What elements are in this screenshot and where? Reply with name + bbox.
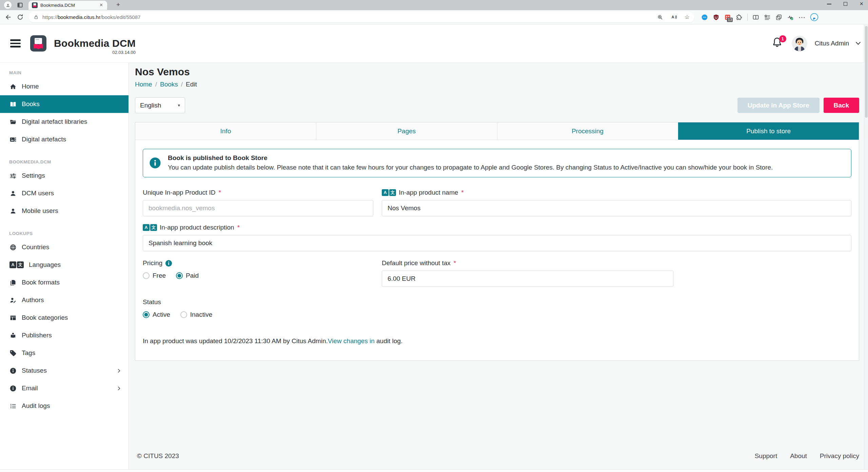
sidebar-item-mobile-users[interactable]: Mobile users <box>0 202 129 220</box>
tab-processing[interactable]: Processing <box>497 122 678 140</box>
browser-profile-icon[interactable] <box>4 1 12 9</box>
pricing-free-radio[interactable]: Free <box>143 272 166 279</box>
browser-menu-icon[interactable]: ⋯ <box>798 14 805 21</box>
publish-info-alert: Book is published to Book Store You can … <box>143 149 851 177</box>
sidebar: MAIN Home Books Digital artefact librari… <box>0 63 129 469</box>
edit-card: Info Pages Processing Publish to store B… <box>135 122 859 361</box>
browser-window: Bookmedia.DCM × + × https://bookmedia.ci… <box>0 0 868 472</box>
app-version: 02.03.14.00 <box>112 50 136 55</box>
user-avatar[interactable] <box>792 36 807 51</box>
favorites-list-icon[interactable] <box>764 14 771 21</box>
refresh-icon[interactable] <box>17 14 24 21</box>
breadcrumb-books-link[interactable]: Books <box>160 81 178 88</box>
footer-about-link[interactable]: About <box>790 452 807 460</box>
calendar-extension-icon[interactable]: 13 <box>724 14 731 21</box>
update-in-app-store-button[interactable]: Update in App Store <box>737 98 820 113</box>
translate-icon: A文 <box>9 261 24 268</box>
back-icon[interactable] <box>5 14 12 21</box>
tab-publish-to-store[interactable]: Publish to store <box>678 122 859 140</box>
read-aloud-icon[interactable]: A <box>671 14 677 20</box>
lock-icon[interactable] <box>33 14 39 20</box>
tab-search-icon[interactable] <box>17 2 23 8</box>
scrollbar-thumb[interactable] <box>865 26 868 118</box>
breadcrumb-home-link[interactable]: Home <box>135 81 152 88</box>
bing-chat-icon[interactable] <box>810 13 818 21</box>
alert-title: Book is published to Book Store <box>168 154 773 162</box>
extensions-puzzle-icon[interactable] <box>736 14 743 21</box>
pricing-label: Pricing <box>143 259 373 267</box>
info-icon <box>9 385 17 392</box>
product-name-input[interactable] <box>382 200 851 216</box>
media-icon <box>9 136 17 143</box>
sidebar-item-publishers[interactable]: Publishers <box>0 327 129 344</box>
pricing-info-icon[interactable] <box>165 260 172 267</box>
new-tab-button[interactable]: + <box>116 1 120 9</box>
sidebar-item-book-categories[interactable]: Book categories <box>0 309 129 327</box>
user-icon <box>9 190 17 197</box>
sidebar-item-digital-artefacts[interactable]: Digital artefacts <box>0 131 129 148</box>
window-minimize-button[interactable] <box>827 4 831 4</box>
favorite-star-icon[interactable]: ☆ <box>685 14 690 20</box>
view-changes-link[interactable]: View changes in <box>328 337 375 345</box>
page-footer: © CITUS 2023 Support About Privacy polic… <box>135 452 859 469</box>
chat-extension-icon[interactable] <box>701 14 708 21</box>
footer-support-link[interactable]: Support <box>755 452 777 460</box>
tab-info[interactable]: Info <box>135 122 316 140</box>
address-bar[interactable]: https://bookmedia.citus.hr/books/edit/55… <box>28 12 694 22</box>
breadcrumb: Home / Books / Edit <box>135 81 859 88</box>
radio-checked-icon <box>176 272 183 279</box>
tab-pages[interactable]: Pages <box>316 122 497 140</box>
language-select[interactable]: English ▾ <box>135 97 185 113</box>
sidebar-section-main: MAIN <box>0 67 129 78</box>
sidebar-item-languages[interactable]: A文 Languages <box>0 256 129 274</box>
sidebar-section-lookups: LOOKUPS <box>0 228 129 238</box>
split-screen-icon[interactable] <box>752 14 759 21</box>
alert-text: You can update publish details below. Pl… <box>168 164 773 171</box>
radio-checked-icon <box>143 311 150 318</box>
tab-close-icon[interactable]: × <box>99 2 104 8</box>
sidebar-item-email[interactable]: Email <box>0 379 129 397</box>
extensions-row: 13 ⋯ <box>701 13 818 21</box>
person-icon <box>5 3 11 8</box>
collections-icon[interactable] <box>775 14 782 21</box>
window-close-button[interactable]: × <box>860 2 863 6</box>
product-id-input[interactable] <box>143 200 373 216</box>
user-menu-chevron-icon[interactable] <box>856 40 861 45</box>
status-active-radio[interactable]: Active <box>143 311 170 318</box>
sidebar-item-audit-logs[interactable]: Audit logs <box>0 397 129 415</box>
hamburger-menu-icon[interactable] <box>10 39 21 47</box>
pages-icon <box>9 279 17 286</box>
sidebar-item-statuses[interactable]: Statuses <box>0 362 129 379</box>
sidebar-item-dcm-users[interactable]: DCM users <box>0 184 129 202</box>
zoom-icon[interactable] <box>657 14 663 20</box>
window-maximize-button[interactable] <box>844 2 847 6</box>
pricing-paid-radio[interactable]: Paid <box>176 272 199 279</box>
chevron-right-icon <box>116 386 122 391</box>
notifications-button[interactable]: 1 <box>771 37 784 50</box>
page-scrollbar[interactable] <box>864 25 868 469</box>
svg-text:A: A <box>671 15 674 19</box>
sidebar-item-book-formats[interactable]: Book formats <box>0 274 129 291</box>
product-description-input[interactable] <box>143 235 851 251</box>
sidebar-item-countries[interactable]: Countries <box>0 238 129 256</box>
footer-privacy-link[interactable]: Privacy policy <box>820 452 859 460</box>
browser-tab[interactable]: Bookmedia.DCM × <box>28 1 107 10</box>
default-price-input[interactable] <box>382 271 673 287</box>
user-name: Citus Admin <box>815 40 849 47</box>
back-button[interactable]: Back <box>824 98 859 113</box>
sidebar-item-digital-artefact-libraries[interactable]: Digital artefact libraries <box>0 113 129 131</box>
sidebar-item-authors[interactable]: Authors <box>0 291 129 309</box>
extension-badge: 13 <box>727 18 733 22</box>
status-inactive-radio[interactable]: Inactive <box>180 311 212 318</box>
sidebar-item-tags[interactable]: Tags <box>0 344 129 362</box>
publish-form: Unique In-app Product ID* A文 In-app prod… <box>135 177 859 360</box>
sliders-icon <box>9 172 17 179</box>
adblock-shield-icon[interactable] <box>713 14 719 21</box>
reader-icon <box>9 332 17 339</box>
sidebar-item-home[interactable]: Home <box>0 78 129 95</box>
sidebar-item-books[interactable]: Books <box>0 95 129 113</box>
folder-open-icon <box>9 118 17 125</box>
browser-essentials-icon[interactable] <box>787 14 794 21</box>
app-logo <box>30 35 46 52</box>
sidebar-item-settings[interactable]: Settings <box>0 167 129 184</box>
